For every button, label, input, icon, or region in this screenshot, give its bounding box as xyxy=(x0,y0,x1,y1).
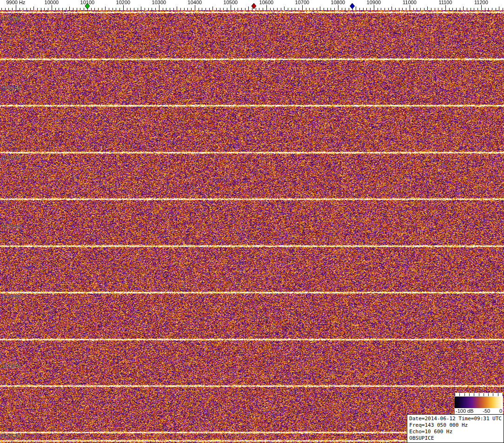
info-echo: Echo=10 600 Hz xyxy=(409,429,502,435)
info-date-time: Date=2014-06-12 Time=09:31 UTC xyxy=(409,416,502,422)
info-station: OBSUPICE xyxy=(409,435,502,442)
info-frequency: Freq=143 050 000 Hz xyxy=(409,422,502,429)
spectrogram-waterfall[interactable] xyxy=(0,10,504,443)
colorbar-gradient xyxy=(455,393,503,408)
colorbar-label-max: 0 xyxy=(499,408,502,414)
info-box: Date=2014-06-12 Time=09:31 UTC Freq=143 … xyxy=(407,414,504,443)
colorbar-labels: -100 dB -50 0 xyxy=(455,408,503,414)
spectrogram-app: 11:31:0011:30:4511:30:3011:30:1511:30:00… xyxy=(0,0,504,443)
colorbar-label-mid: -50 xyxy=(483,408,490,414)
colorbar: -100 dB -50 0 xyxy=(455,393,503,414)
colorbar-label-min: -100 dB xyxy=(456,408,474,414)
frequency-ruler[interactable] xyxy=(0,0,504,10)
